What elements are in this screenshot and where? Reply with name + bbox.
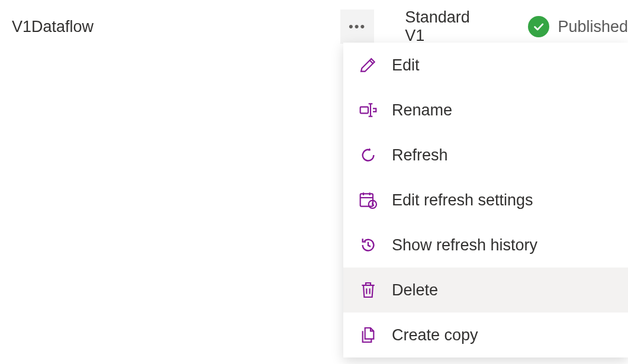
menu-item-label: Create copy (392, 326, 478, 344)
menu-item-show-refresh-history[interactable]: Show refresh history (343, 223, 628, 268)
status-area: Published (528, 16, 628, 37)
menu-item-rename[interactable]: Rename (343, 88, 628, 133)
checkmark-icon (528, 16, 549, 37)
menu-item-edit[interactable]: Edit (343, 43, 628, 88)
copy-icon (358, 324, 379, 346)
menu-item-label: Rename (392, 101, 452, 120)
rename-icon (358, 99, 379, 121)
status-text: Published (558, 18, 628, 36)
trash-icon (358, 279, 379, 301)
svg-rect-1 (360, 194, 373, 206)
menu-item-edit-refresh-settings[interactable]: Edit refresh settings (343, 178, 628, 223)
dataflow-name-link[interactable]: V1Dataflow (12, 18, 340, 36)
menu-item-refresh[interactable]: Refresh (343, 133, 628, 178)
pencil-icon (358, 54, 379, 76)
ellipsis-icon: ••• (349, 19, 366, 34)
svg-rect-0 (360, 107, 368, 114)
dataflow-type: Standard V1 (405, 8, 492, 45)
menu-item-label: Show refresh history (392, 236, 537, 255)
menu-item-label: Delete (392, 281, 438, 299)
refresh-icon (358, 144, 379, 166)
history-icon (358, 234, 379, 256)
menu-item-label: Edit (392, 56, 420, 75)
menu-item-label: Edit refresh settings (392, 191, 533, 210)
context-menu: Edit Rename Refresh (343, 43, 628, 357)
more-options-button[interactable]: ••• (340, 9, 374, 44)
menu-item-create-copy[interactable]: Create copy (343, 313, 628, 357)
settings-calendar-icon (358, 189, 379, 211)
menu-item-label: Refresh (392, 146, 448, 165)
menu-item-delete[interactable]: Delete (343, 268, 628, 313)
